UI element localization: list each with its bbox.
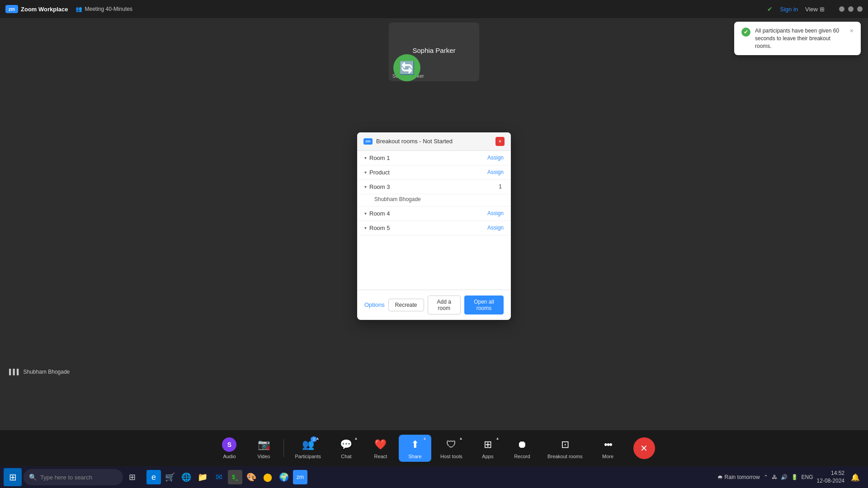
share-chevron: ▴ <box>424 436 426 441</box>
close-window-button[interactable] <box>857 6 863 12</box>
room-5-chevron: ▾ <box>364 225 367 230</box>
minimize-button[interactable] <box>839 6 844 12</box>
taskbar-chromium-icon[interactable]: 🌍 <box>277 470 291 484</box>
react-toolbar-item[interactable]: ❤️ React <box>364 435 397 462</box>
room-4-name: Room 4 <box>369 210 487 217</box>
record-toolbar-item[interactable]: ⏺ Record <box>506 435 538 462</box>
zoom-logo-icon: zm <box>5 5 18 13</box>
more-label: More <box>602 454 613 459</box>
shield-icon: ✔ <box>767 5 773 13</box>
clock-time: 14:52 <box>817 469 844 477</box>
participants-label: Participants <box>295 454 321 459</box>
recreate-button[interactable]: Recreate <box>388 299 424 311</box>
apps-chevron: ▴ <box>496 436 499 441</box>
participants-toolbar-item[interactable]: 👥 2 ▴ Participants <box>288 435 328 462</box>
breakout-dialog: zm Breakout rooms - Not Started × ▾ Room… <box>357 132 511 320</box>
toolbar-separator-1 <box>283 439 284 457</box>
share-label: Share <box>408 454 421 459</box>
participants-badge: 2 <box>311 436 317 442</box>
dialog-header: zm Breakout rooms - Not Started × <box>357 132 511 151</box>
apps-toolbar-item[interactable]: ⊞ ▴ Apps <box>472 435 504 462</box>
top-bar: zm Zoom Workplace 👥 Meeting 40-Minutes ✔… <box>0 0 868 18</box>
taskbar-right: 🌧 Rain tomorrow ⌃ 🖧 🔊 🔋 ENG 14:52 12-08-… <box>712 466 868 488</box>
add-room-button[interactable]: Add a room <box>428 296 461 314</box>
dialog-header-left: zm Breakout rooms - Not Started <box>363 138 453 145</box>
search-placeholder: Type here to search <box>40 474 92 481</box>
room-3-participant: Shubham Bhogade <box>357 194 511 206</box>
sign-in-link[interactable]: Sign in <box>780 6 798 13</box>
video-icon: 📷✕ <box>256 437 271 452</box>
more-icon: ••• <box>601 437 615 452</box>
taskbar-terminal-icon[interactable]: $_ <box>228 470 242 484</box>
taskbar-chrome-icon[interactable]: ⬤ <box>260 470 275 484</box>
room-1-assign-button[interactable]: Assign <box>487 155 504 161</box>
room-5-assign-button[interactable]: Assign <box>487 225 504 231</box>
meeting-info: 👥 Meeting 40-Minutes <box>75 6 132 12</box>
taskbar-edge-icon[interactable]: e <box>146 470 161 484</box>
top-bar-right: ✔ Sign in View ⊞ <box>767 5 863 13</box>
chevron-tray-icon[interactable]: ⌃ <box>764 474 768 480</box>
network-icon[interactable]: 🖧 <box>772 474 777 480</box>
audio-toolbar-item[interactable]: S Audio <box>213 435 245 462</box>
room-row-4: ▾ Room 4 Assign <box>357 206 511 221</box>
taskbar-left: ⊞ 🔍 Type here to search ⊞ <box>0 466 143 488</box>
weather-icon: 🌧 <box>717 474 723 480</box>
room-row-3: ▾ Room 3 1 <box>357 180 511 194</box>
search-bar[interactable]: 🔍 Type here to search <box>24 469 123 485</box>
chat-icon: 💬 ▴ <box>339 437 354 452</box>
maximize-button[interactable] <box>848 6 854 12</box>
meeting-title-text: Meeting 40-Minutes <box>85 6 132 12</box>
room-row-product: ▾ Product Assign <box>357 165 511 180</box>
grid-icon: ⊞ <box>820 6 825 13</box>
share-icon: ⬆ ▴ <box>408 437 422 452</box>
host-tools-toolbar-item[interactable]: 🛡 ▴ Host tools <box>433 435 470 462</box>
room-3-name: Room 3 <box>369 183 499 190</box>
chat-label: Chat <box>341 454 351 459</box>
chat-toolbar-item[interactable]: 💬 ▴ Chat <box>330 435 363 462</box>
taskbar-mail-icon[interactable]: ✉ <box>212 470 226 484</box>
room-3-chevron: ▾ <box>364 184 367 189</box>
weather-info[interactable]: 🌧 Rain tomorrow <box>717 474 760 480</box>
zoom-logo: zm Zoom Workplace <box>5 5 68 13</box>
room-row-1: ▾ Room 1 Assign <box>357 151 511 165</box>
lang-label[interactable]: ENG <box>802 474 813 480</box>
react-label: React <box>374 454 387 459</box>
room-4-assign-button[interactable]: Assign <box>487 210 504 216</box>
taskbar-file-icon[interactable]: 📁 <box>195 470 210 484</box>
more-toolbar-item[interactable]: ••• More <box>592 435 624 462</box>
room-row-5: ▾ Room 5 Assign <box>357 221 511 235</box>
zoom-toolbar: S Audio 📷✕ Video 👥 2 ▴ Participants 💬 ▴ … <box>0 430 868 466</box>
product-room-assign-button[interactable]: Assign <box>487 169 504 175</box>
taskbar-store-icon[interactable]: 🛒 <box>163 470 177 484</box>
participants-icon: 👥 2 ▴ <box>301 437 315 452</box>
taskbar-zoom-icon[interactable]: zm <box>293 470 307 484</box>
room-1-name: Room 1 <box>369 155 487 161</box>
audio-label: Audio <box>223 454 236 459</box>
task-view-button[interactable]: ⊞ <box>125 470 139 484</box>
time-display: 14:52 12-08-2024 <box>817 469 844 485</box>
taskbar-browser-icon[interactable]: 🌐 <box>179 470 193 484</box>
dialog-close-button[interactable]: × <box>495 137 505 146</box>
end-button[interactable]: ✕ <box>633 437 655 459</box>
notification-bell[interactable]: 🔔 <box>848 470 863 484</box>
meeting-icon: 👥 <box>75 6 82 12</box>
volume-icon[interactable]: 🔊 <box>781 474 788 480</box>
breakout-rooms-toolbar-item[interactable]: ⊡ Breakout rooms <box>540 435 590 462</box>
open-all-rooms-button[interactable]: Open all rooms <box>464 296 504 314</box>
dialog-title: Breakout rooms - Not Started <box>376 138 453 145</box>
apps-icon: ⊞ ▴ <box>481 437 495 452</box>
view-button[interactable]: View ⊞ <box>805 6 825 13</box>
options-link[interactable]: Options <box>364 301 385 308</box>
breakout-rooms-label: Breakout rooms <box>547 454 583 459</box>
share-toolbar-item[interactable]: ⬆ ▴ Share <box>399 435 431 462</box>
video-toolbar-item[interactable]: 📷✕ Video <box>247 435 280 462</box>
taskbar-figma-icon[interactable]: 🎨 <box>244 470 259 484</box>
chat-chevron: ▴ <box>355 436 357 441</box>
room-3-count: 1 <box>499 183 502 190</box>
start-button[interactable]: ⊞ <box>4 468 22 486</box>
search-icon: 🔍 <box>29 474 37 481</box>
battery-icon[interactable]: 🔋 <box>791 474 798 480</box>
audio-avatar: S <box>222 437 236 452</box>
host-tools-label: Host tools <box>440 454 462 459</box>
react-icon: ❤️ <box>373 437 388 452</box>
